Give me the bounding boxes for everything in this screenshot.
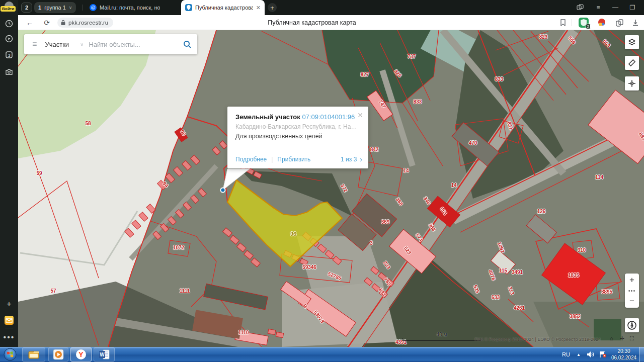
screenshot-icon[interactable] bbox=[0, 65, 18, 78]
parcel-label[interactable]: 827 bbox=[361, 72, 369, 77]
login-badge[interactable]: Войти bbox=[1, 6, 16, 12]
scale-line bbox=[403, 338, 481, 341]
browser-sidebar: Войти 3 + ••• bbox=[0, 0, 18, 347]
tab-group-number: 1 bbox=[38, 5, 41, 11]
taskbar-word[interactable]: W bbox=[94, 347, 115, 361]
layers-button[interactable] bbox=[625, 35, 639, 49]
tab-bar: 2 1 группа 1 ∨ @ Mail.ru: почта, поиск, … bbox=[18, 0, 644, 15]
parcel-label[interactable]: 59346 bbox=[302, 264, 316, 270]
scale-bar: 40 м bbox=[403, 332, 481, 341]
collections-icon[interactable] bbox=[614, 17, 625, 28]
taskbar-explorer[interactable] bbox=[22, 347, 45, 361]
parcel-type-label: Земельный участок bbox=[235, 113, 300, 121]
windows-taskbar: Y W RU ▲ 20:30 06.02.2024 bbox=[0, 347, 644, 362]
parcel-label[interactable]: 842 bbox=[370, 147, 379, 152]
parcel-label[interactable]: 3491 bbox=[512, 269, 523, 275]
word-icon: W bbox=[99, 349, 110, 360]
bookmark-icon[interactable] bbox=[557, 17, 569, 28]
new-tab-button[interactable]: + bbox=[268, 3, 277, 12]
show-desktop-button[interactable] bbox=[639, 347, 644, 362]
parcel-label[interactable]: 3852 bbox=[570, 314, 581, 319]
tray-clock[interactable]: 20:30 06.02.2024 bbox=[609, 348, 639, 361]
side-panels-icon[interactable] bbox=[573, 0, 588, 15]
parcel-label[interactable]: 14 bbox=[451, 183, 456, 188]
cadastral-map[interactable]: 8235595647378278268337478338314705896598… bbox=[18, 30, 644, 347]
start-button[interactable] bbox=[1, 347, 19, 361]
footer-divider: | bbox=[271, 156, 273, 163]
parcel-label[interactable]: 57 bbox=[50, 288, 56, 294]
history-icon[interactable] bbox=[0, 17, 18, 30]
tray-action-center-icon[interactable] bbox=[599, 347, 607, 362]
play-icon[interactable] bbox=[0, 32, 18, 45]
chevron-down-icon[interactable]: ∨ bbox=[80, 42, 84, 47]
zoom-options-button[interactable]: ••• bbox=[625, 287, 639, 295]
minimize-button[interactable]: — bbox=[608, 0, 623, 15]
map-canvas[interactable] bbox=[18, 30, 644, 347]
zoom-to-link[interactable]: Приблизить bbox=[277, 156, 310, 163]
add-panel-icon[interactable]: + bbox=[0, 298, 18, 311]
tab-mailru[interactable]: @ Mail.ru: почта, поиск, нов bbox=[86, 0, 179, 15]
parcel-label[interactable]: 1072 bbox=[173, 245, 184, 250]
pager-next-icon[interactable]: › bbox=[360, 155, 362, 163]
parcel-label[interactable]: 3 bbox=[370, 240, 373, 246]
parcel-label[interactable]: 833 bbox=[414, 99, 422, 105]
yandex-mail-icon[interactable] bbox=[0, 314, 18, 327]
zoom-in-button[interactable]: + bbox=[625, 274, 639, 287]
highlighted-parcel-label[interactable]: 96 bbox=[290, 231, 296, 237]
fullscreen-icon[interactable]: ⛶ bbox=[630, 335, 634, 342]
parcel-label[interactable]: 633 bbox=[492, 295, 500, 300]
sidebar-more-icon[interactable]: ••• bbox=[0, 331, 18, 344]
tray-expand-icon[interactable]: ▲ bbox=[577, 347, 581, 362]
locate-button[interactable] bbox=[625, 76, 639, 90]
parcel-label[interactable]: 14 bbox=[403, 168, 409, 173]
menu-burger-icon[interactable]: ≡ bbox=[24, 40, 45, 49]
extension-protect-icon[interactable]: 2 bbox=[579, 18, 589, 28]
search-category[interactable]: Участки bbox=[45, 41, 69, 48]
parcel-label[interactable]: 115 bbox=[499, 268, 507, 274]
tab-group[interactable]: 1 группа 1 ∨ bbox=[34, 2, 76, 13]
extension-badge: 2 bbox=[586, 24, 591, 29]
details-link[interactable]: Подробнее bbox=[235, 156, 267, 163]
measure-button[interactable] bbox=[625, 56, 639, 70]
parcel-address: Кабардино-Балкарская Республика, г. Наль… bbox=[235, 123, 360, 130]
zoom-out-button[interactable]: − bbox=[625, 295, 639, 308]
tab-pkk-active[interactable]: Публичная кадастрова ✕ bbox=[181, 0, 265, 15]
extension-color-icon[interactable] bbox=[597, 18, 607, 28]
cadastral-number-link[interactable]: 07:09:0104001:96 bbox=[302, 113, 355, 121]
parcel-label[interactable]: 1111 bbox=[180, 288, 190, 294]
tray-language[interactable]: RU bbox=[558, 347, 574, 362]
pager-text: 1 из 3 bbox=[341, 156, 357, 163]
toolbar-separator bbox=[572, 19, 572, 26]
parcel-label[interactable]: 58 bbox=[85, 121, 91, 126]
home-icon[interactable]: ⌂ bbox=[610, 335, 613, 341]
restore-button[interactable]: ❐ bbox=[625, 0, 640, 15]
parcel-label[interactable]: 3895 bbox=[601, 289, 612, 295]
menu-icon[interactable]: ≡ bbox=[591, 0, 606, 15]
parcel-label[interactable]: 9 bbox=[304, 304, 307, 309]
search-button[interactable] bbox=[177, 40, 197, 49]
parcel-label[interactable]: 126 bbox=[537, 209, 546, 214]
parcel-label[interactable]: 737 bbox=[408, 54, 416, 59]
parcel-label[interactable]: 1835 bbox=[568, 273, 579, 278]
parcel-label[interactable]: 823 bbox=[539, 34, 548, 40]
parcel-label[interactable]: 369 bbox=[381, 219, 390, 225]
parcel-label[interactable]: 114 bbox=[595, 174, 603, 180]
parcel-label[interactable]: 4261 bbox=[514, 305, 525, 311]
tabs-counter-icon[interactable]: 3 bbox=[0, 48, 18, 61]
compass-button[interactable] bbox=[625, 318, 639, 332]
close-icon[interactable]: ✕ bbox=[357, 111, 363, 119]
parcel-label[interactable]: 833 bbox=[495, 76, 504, 82]
close-tab-icon[interactable]: ✕ bbox=[256, 5, 261, 11]
download-icon[interactable] bbox=[630, 17, 641, 28]
center-map-icon[interactable]: ✛ bbox=[620, 335, 624, 342]
taskbar-media-player[interactable] bbox=[48, 347, 68, 361]
parcel-label[interactable]: 1110 bbox=[238, 330, 249, 335]
taskbar-yandex-browser[interactable]: Y bbox=[70, 347, 92, 361]
parcel-label[interactable]: 310 bbox=[578, 247, 586, 253]
tray-volume-icon[interactable] bbox=[587, 347, 595, 362]
search-input[interactable] bbox=[89, 41, 177, 48]
parcel-label[interactable]: 470 bbox=[469, 140, 477, 146]
parcel-label[interactable]: 59 bbox=[36, 170, 42, 176]
search-panel: ≡ Участки ∨ bbox=[24, 34, 197, 54]
tab-group-badge[interactable]: 2 bbox=[21, 3, 32, 13]
